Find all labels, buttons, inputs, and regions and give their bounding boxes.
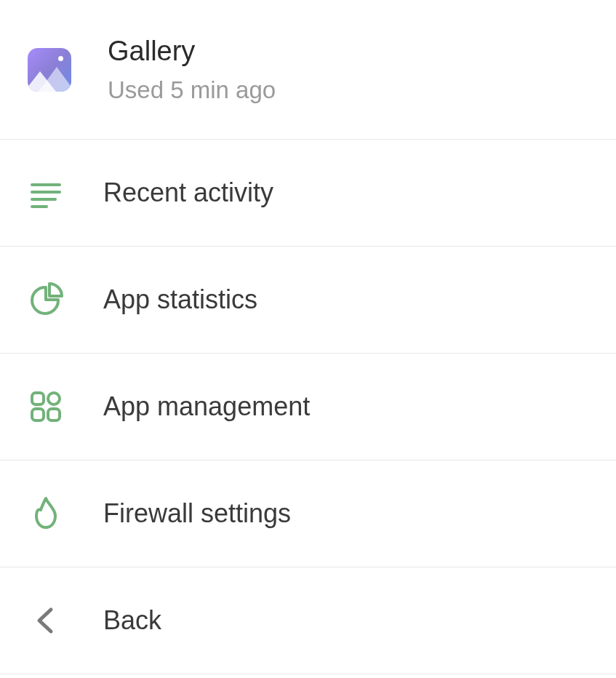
- svg-rect-6: [32, 409, 44, 420]
- flame-icon: [28, 495, 64, 532]
- lines-icon: [28, 175, 64, 211]
- menu-label: App management: [103, 391, 310, 422]
- menu-item-recent-activity[interactable]: Recent activity: [0, 140, 616, 247]
- app-name: Gallery: [108, 35, 276, 68]
- app-header: Gallery Used 5 min ago: [0, 0, 616, 140]
- menu-label: App statistics: [103, 284, 257, 315]
- app-header-text: Gallery Used 5 min ago: [108, 35, 276, 104]
- gallery-app-icon: [28, 48, 71, 92]
- svg-rect-7: [48, 409, 60, 420]
- pie-chart-icon: [28, 282, 64, 318]
- chevron-left-icon: [28, 602, 64, 639]
- menu-label: Recent activity: [103, 178, 273, 208]
- menu-item-firewall-settings[interactable]: Firewall settings: [0, 460, 616, 567]
- menu-label: Back: [103, 605, 161, 636]
- grid-icon: [28, 388, 64, 425]
- menu-item-app-management[interactable]: App management: [0, 354, 616, 460]
- app-usage-subtitle: Used 5 min ago: [108, 76, 276, 105]
- menu-item-back[interactable]: Back: [0, 567, 616, 674]
- svg-rect-4: [32, 393, 44, 404]
- menu-item-app-statistics[interactable]: App statistics: [0, 247, 616, 354]
- menu-label: Firewall settings: [103, 498, 291, 529]
- svg-point-5: [48, 393, 60, 404]
